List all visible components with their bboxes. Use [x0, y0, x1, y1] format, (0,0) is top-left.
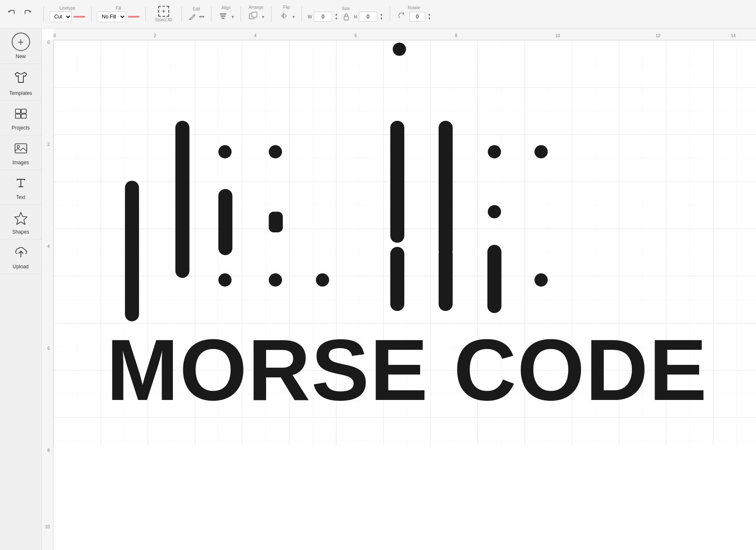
- main-area: + New Templates Projects: [0, 28, 756, 550]
- ruler-v-tick-4: 4: [47, 244, 50, 249]
- svg-rect-4: [221, 15, 226, 17]
- shapes-icon: [14, 211, 28, 227]
- sidebar: + New Templates Projects: [0, 28, 42, 550]
- lock-icon[interactable]: [343, 13, 350, 20]
- align-label: Align: [221, 5, 231, 10]
- sep4: [181, 7, 182, 22]
- rotate-icon-btn[interactable]: [396, 11, 408, 23]
- arrange-label: Arrange: [249, 5, 264, 10]
- height-group: H ▲ ▼: [354, 12, 384, 22]
- size-label: Size: [342, 6, 350, 11]
- rotate-up-btn[interactable]: ▲: [427, 13, 432, 17]
- sidebar-item-images[interactable]: Images: [0, 135, 41, 170]
- sidebar-label-upload: Upload: [13, 264, 28, 270]
- projects-icon: [14, 107, 28, 122]
- arrange-chevron: ▼: [261, 15, 265, 19]
- sep9: [390, 7, 390, 22]
- upload-icon: [14, 245, 28, 261]
- fill-label: Fill: [116, 6, 121, 10]
- rotate-input[interactable]: [409, 12, 425, 22]
- fill-color-swatch[interactable]: [128, 16, 140, 18]
- rotate-group: Rotate ▲ ▼: [396, 5, 432, 23]
- sep7: [271, 7, 271, 22]
- redo-button[interactable]: [21, 7, 34, 21]
- svg-rect-12: [21, 114, 26, 118]
- templates-icon: [13, 70, 28, 88]
- ruler-vertical: 0 2 4 6 8 10: [42, 40, 53, 550]
- new-circle-icon: +: [12, 33, 30, 51]
- sep8: [302, 7, 302, 22]
- svg-rect-9: [15, 109, 20, 113]
- align-chevron: ▼: [231, 15, 235, 19]
- align-group: Align ▼: [217, 5, 235, 23]
- svg-point-0: [199, 16, 201, 18]
- height-up-btn[interactable]: ▲: [379, 13, 384, 17]
- line-color-swatch[interactable]: [74, 16, 85, 18]
- text-icon: [14, 176, 28, 192]
- ruler-v-tick-0: 0: [47, 40, 50, 45]
- ruler-h-tick-2: 2: [154, 33, 156, 38]
- svg-point-1: [201, 16, 203, 18]
- images-icon: [14, 141, 28, 157]
- svg-rect-3: [220, 13, 226, 15]
- sidebar-label-images: Images: [13, 160, 29, 166]
- ruler-v-tick-6: 6: [47, 346, 50, 351]
- ruler-h-tick-12: 12: [656, 33, 660, 38]
- svg-rect-5: [221, 18, 225, 19]
- ruler-h-tick-8: 8: [455, 33, 457, 38]
- align-icon-btn[interactable]: [217, 11, 229, 23]
- w-label: W: [308, 14, 312, 19]
- sidebar-item-projects[interactable]: Projects: [0, 101, 41, 135]
- sidebar-label-shapes: Shapes: [12, 229, 29, 235]
- svg-rect-7: [252, 12, 257, 17]
- sidebar-item-upload[interactable]: Upload: [0, 239, 41, 274]
- linetype-label: Linetype: [60, 6, 76, 10]
- undo-redo-group: [5, 7, 34, 21]
- sidebar-item-text[interactable]: Text: [0, 170, 41, 205]
- flip-icon-btn[interactable]: [277, 10, 290, 23]
- ruler-h-tick-6: 6: [355, 33, 357, 38]
- linetype-select[interactable]: Cut: [50, 11, 72, 22]
- height-input[interactable]: [359, 12, 377, 22]
- ruler-v-tick-2: 2: [47, 142, 50, 147]
- sidebar-item-new[interactable]: + New: [0, 28, 41, 64]
- height-down-btn[interactable]: ▼: [379, 17, 384, 21]
- sidebar-item-shapes[interactable]: Shapes: [0, 205, 41, 239]
- edit-group: Edit: [188, 7, 205, 21]
- svg-point-14: [17, 145, 20, 148]
- width-down-btn[interactable]: ▼: [334, 17, 339, 21]
- svg-rect-10: [21, 109, 26, 113]
- canvas-area[interactable]: 0 2 4 6 8 10 12 14 0 2 4 6 8 10: [42, 28, 756, 550]
- svg-rect-8: [344, 16, 348, 20]
- flip-label: Flip: [283, 5, 290, 10]
- fill-select[interactable]: No Fill: [97, 11, 126, 22]
- rotate-down-btn[interactable]: ▼: [427, 17, 432, 21]
- select-all-label: Select All: [155, 18, 172, 22]
- flip-group: Flip ▼: [277, 5, 296, 23]
- edit-label: Edit: [193, 7, 200, 11]
- sep3: [145, 7, 146, 22]
- sidebar-item-templates[interactable]: Templates: [0, 64, 41, 101]
- edit-button[interactable]: [188, 12, 205, 21]
- width-group: W ▲ ▼: [308, 12, 339, 22]
- ruler-v-tick-8: 8: [47, 448, 50, 453]
- ruler-h-tick-0: 0: [53, 33, 56, 38]
- size-group: Size W ▲ ▼ H ▲ ▼: [308, 6, 384, 22]
- grid-canvas: MORSE CODE: [53, 40, 756, 550]
- svg-point-2: [203, 16, 204, 18]
- sep5: [211, 7, 211, 22]
- sidebar-label-new: New: [15, 53, 25, 59]
- width-input[interactable]: [314, 12, 332, 22]
- rotate-stepper: ▲ ▼: [427, 13, 432, 20]
- flip-chevron: ▼: [292, 15, 296, 19]
- arrange-icon-btn[interactable]: [247, 10, 259, 23]
- fill-group: Fill No Fill: [97, 6, 140, 22]
- width-up-btn[interactable]: ▲: [334, 13, 339, 17]
- sep2: [91, 7, 91, 22]
- ruler-h-tick-10: 10: [555, 33, 560, 38]
- select-all-button[interactable]: + Select All: [152, 4, 175, 24]
- svg-rect-11: [15, 114, 20, 118]
- undo-button[interactable]: [5, 7, 18, 21]
- ruler-v-tick-10: 10: [45, 525, 50, 529]
- sidebar-label-templates: Templates: [9, 90, 32, 96]
